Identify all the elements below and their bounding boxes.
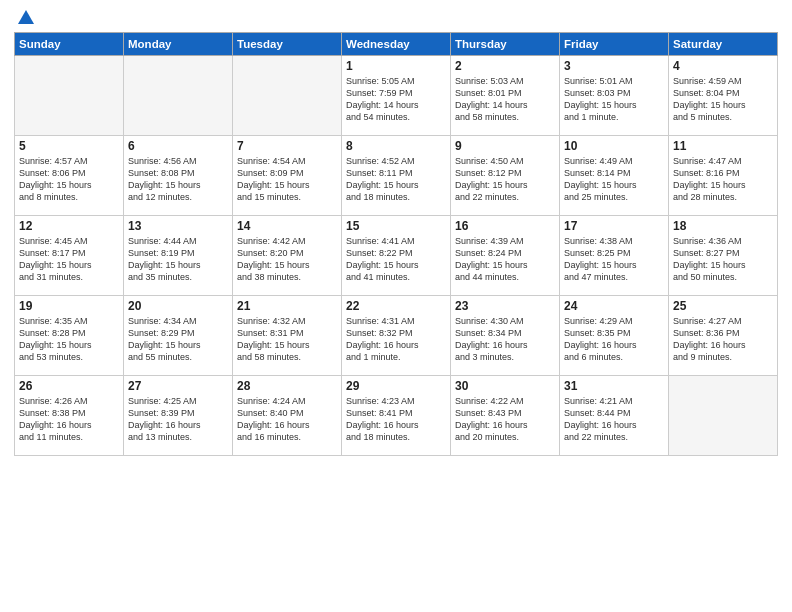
day-number: 12 bbox=[19, 219, 119, 233]
day-number: 5 bbox=[19, 139, 119, 153]
day-info: Sunrise: 4:25 AM Sunset: 8:39 PM Dayligh… bbox=[128, 395, 228, 444]
table-row: 1Sunrise: 5:05 AM Sunset: 7:59 PM Daylig… bbox=[342, 56, 451, 136]
col-monday: Monday bbox=[124, 33, 233, 56]
table-row: 30Sunrise: 4:22 AM Sunset: 8:43 PM Dayli… bbox=[451, 376, 560, 456]
day-info: Sunrise: 5:05 AM Sunset: 7:59 PM Dayligh… bbox=[346, 75, 446, 124]
table-row: 5Sunrise: 4:57 AM Sunset: 8:06 PM Daylig… bbox=[15, 136, 124, 216]
day-info: Sunrise: 4:29 AM Sunset: 8:35 PM Dayligh… bbox=[564, 315, 664, 364]
table-row: 15Sunrise: 4:41 AM Sunset: 8:22 PM Dayli… bbox=[342, 216, 451, 296]
table-row bbox=[15, 56, 124, 136]
table-row: 10Sunrise: 4:49 AM Sunset: 8:14 PM Dayli… bbox=[560, 136, 669, 216]
table-row: 31Sunrise: 4:21 AM Sunset: 8:44 PM Dayli… bbox=[560, 376, 669, 456]
day-number: 24 bbox=[564, 299, 664, 313]
day-info: Sunrise: 4:49 AM Sunset: 8:14 PM Dayligh… bbox=[564, 155, 664, 204]
day-number: 6 bbox=[128, 139, 228, 153]
calendar-week-row: 5Sunrise: 4:57 AM Sunset: 8:06 PM Daylig… bbox=[15, 136, 778, 216]
col-friday: Friday bbox=[560, 33, 669, 56]
day-number: 23 bbox=[455, 299, 555, 313]
table-row: 22Sunrise: 4:31 AM Sunset: 8:32 PM Dayli… bbox=[342, 296, 451, 376]
table-row: 11Sunrise: 4:47 AM Sunset: 8:16 PM Dayli… bbox=[669, 136, 778, 216]
day-info: Sunrise: 4:36 AM Sunset: 8:27 PM Dayligh… bbox=[673, 235, 773, 284]
day-number: 7 bbox=[237, 139, 337, 153]
day-number: 15 bbox=[346, 219, 446, 233]
day-info: Sunrise: 4:30 AM Sunset: 8:34 PM Dayligh… bbox=[455, 315, 555, 364]
table-row: 14Sunrise: 4:42 AM Sunset: 8:20 PM Dayli… bbox=[233, 216, 342, 296]
day-info: Sunrise: 4:50 AM Sunset: 8:12 PM Dayligh… bbox=[455, 155, 555, 204]
col-thursday: Thursday bbox=[451, 33, 560, 56]
svg-marker-0 bbox=[18, 10, 34, 24]
table-row: 13Sunrise: 4:44 AM Sunset: 8:19 PM Dayli… bbox=[124, 216, 233, 296]
day-number: 3 bbox=[564, 59, 664, 73]
table-row: 12Sunrise: 4:45 AM Sunset: 8:17 PM Dayli… bbox=[15, 216, 124, 296]
day-info: Sunrise: 4:56 AM Sunset: 8:08 PM Dayligh… bbox=[128, 155, 228, 204]
logo-icon bbox=[16, 8, 36, 28]
day-info: Sunrise: 4:24 AM Sunset: 8:40 PM Dayligh… bbox=[237, 395, 337, 444]
day-info: Sunrise: 4:57 AM Sunset: 8:06 PM Dayligh… bbox=[19, 155, 119, 204]
table-row: 18Sunrise: 4:36 AM Sunset: 8:27 PM Dayli… bbox=[669, 216, 778, 296]
table-row: 25Sunrise: 4:27 AM Sunset: 8:36 PM Dayli… bbox=[669, 296, 778, 376]
table-row: 2Sunrise: 5:03 AM Sunset: 8:01 PM Daylig… bbox=[451, 56, 560, 136]
col-saturday: Saturday bbox=[669, 33, 778, 56]
table-row: 21Sunrise: 4:32 AM Sunset: 8:31 PM Dayli… bbox=[233, 296, 342, 376]
day-info: Sunrise: 4:35 AM Sunset: 8:28 PM Dayligh… bbox=[19, 315, 119, 364]
day-number: 17 bbox=[564, 219, 664, 233]
table-row: 24Sunrise: 4:29 AM Sunset: 8:35 PM Dayli… bbox=[560, 296, 669, 376]
day-info: Sunrise: 5:03 AM Sunset: 8:01 PM Dayligh… bbox=[455, 75, 555, 124]
day-number: 16 bbox=[455, 219, 555, 233]
day-info: Sunrise: 4:27 AM Sunset: 8:36 PM Dayligh… bbox=[673, 315, 773, 364]
day-number: 20 bbox=[128, 299, 228, 313]
col-wednesday: Wednesday bbox=[342, 33, 451, 56]
table-row: 23Sunrise: 4:30 AM Sunset: 8:34 PM Dayli… bbox=[451, 296, 560, 376]
day-info: Sunrise: 4:45 AM Sunset: 8:17 PM Dayligh… bbox=[19, 235, 119, 284]
table-row bbox=[233, 56, 342, 136]
calendar-week-row: 26Sunrise: 4:26 AM Sunset: 8:38 PM Dayli… bbox=[15, 376, 778, 456]
day-number: 4 bbox=[673, 59, 773, 73]
calendar: Sunday Monday Tuesday Wednesday Thursday… bbox=[14, 32, 778, 456]
day-number: 11 bbox=[673, 139, 773, 153]
day-info: Sunrise: 4:38 AM Sunset: 8:25 PM Dayligh… bbox=[564, 235, 664, 284]
header bbox=[14, 10, 778, 26]
logo bbox=[14, 10, 36, 26]
table-row: 19Sunrise: 4:35 AM Sunset: 8:28 PM Dayli… bbox=[15, 296, 124, 376]
table-row: 17Sunrise: 4:38 AM Sunset: 8:25 PM Dayli… bbox=[560, 216, 669, 296]
calendar-week-row: 1Sunrise: 5:05 AM Sunset: 7:59 PM Daylig… bbox=[15, 56, 778, 136]
day-number: 8 bbox=[346, 139, 446, 153]
day-info: Sunrise: 4:32 AM Sunset: 8:31 PM Dayligh… bbox=[237, 315, 337, 364]
day-number: 9 bbox=[455, 139, 555, 153]
table-row: 3Sunrise: 5:01 AM Sunset: 8:03 PM Daylig… bbox=[560, 56, 669, 136]
day-info: Sunrise: 4:41 AM Sunset: 8:22 PM Dayligh… bbox=[346, 235, 446, 284]
calendar-header-row: Sunday Monday Tuesday Wednesday Thursday… bbox=[15, 33, 778, 56]
table-row: 7Sunrise: 4:54 AM Sunset: 8:09 PM Daylig… bbox=[233, 136, 342, 216]
day-info: Sunrise: 4:59 AM Sunset: 8:04 PM Dayligh… bbox=[673, 75, 773, 124]
day-number: 31 bbox=[564, 379, 664, 393]
col-tuesday: Tuesday bbox=[233, 33, 342, 56]
table-row: 6Sunrise: 4:56 AM Sunset: 8:08 PM Daylig… bbox=[124, 136, 233, 216]
day-number: 1 bbox=[346, 59, 446, 73]
day-info: Sunrise: 4:34 AM Sunset: 8:29 PM Dayligh… bbox=[128, 315, 228, 364]
day-info: Sunrise: 4:44 AM Sunset: 8:19 PM Dayligh… bbox=[128, 235, 228, 284]
page: Sunday Monday Tuesday Wednesday Thursday… bbox=[0, 0, 792, 612]
table-row bbox=[124, 56, 233, 136]
calendar-week-row: 12Sunrise: 4:45 AM Sunset: 8:17 PM Dayli… bbox=[15, 216, 778, 296]
table-row: 16Sunrise: 4:39 AM Sunset: 8:24 PM Dayli… bbox=[451, 216, 560, 296]
table-row: 8Sunrise: 4:52 AM Sunset: 8:11 PM Daylig… bbox=[342, 136, 451, 216]
day-info: Sunrise: 4:54 AM Sunset: 8:09 PM Dayligh… bbox=[237, 155, 337, 204]
day-number: 28 bbox=[237, 379, 337, 393]
table-row: 26Sunrise: 4:26 AM Sunset: 8:38 PM Dayli… bbox=[15, 376, 124, 456]
day-info: Sunrise: 4:42 AM Sunset: 8:20 PM Dayligh… bbox=[237, 235, 337, 284]
table-row: 29Sunrise: 4:23 AM Sunset: 8:41 PM Dayli… bbox=[342, 376, 451, 456]
day-number: 30 bbox=[455, 379, 555, 393]
day-number: 25 bbox=[673, 299, 773, 313]
col-sunday: Sunday bbox=[15, 33, 124, 56]
day-number: 13 bbox=[128, 219, 228, 233]
day-number: 2 bbox=[455, 59, 555, 73]
day-number: 27 bbox=[128, 379, 228, 393]
day-info: Sunrise: 4:22 AM Sunset: 8:43 PM Dayligh… bbox=[455, 395, 555, 444]
table-row: 20Sunrise: 4:34 AM Sunset: 8:29 PM Dayli… bbox=[124, 296, 233, 376]
table-row: 9Sunrise: 4:50 AM Sunset: 8:12 PM Daylig… bbox=[451, 136, 560, 216]
day-number: 19 bbox=[19, 299, 119, 313]
day-number: 14 bbox=[237, 219, 337, 233]
table-row: 4Sunrise: 4:59 AM Sunset: 8:04 PM Daylig… bbox=[669, 56, 778, 136]
table-row: 27Sunrise: 4:25 AM Sunset: 8:39 PM Dayli… bbox=[124, 376, 233, 456]
day-number: 10 bbox=[564, 139, 664, 153]
